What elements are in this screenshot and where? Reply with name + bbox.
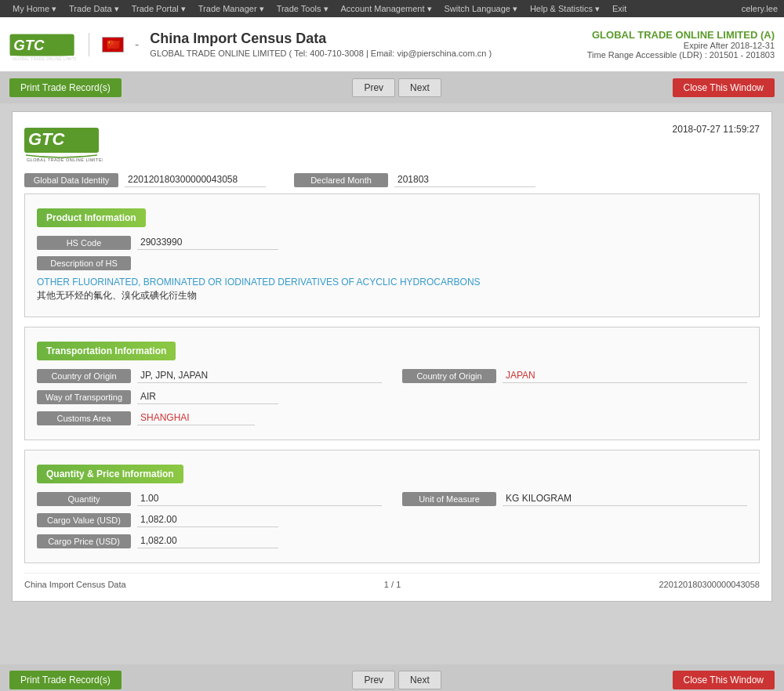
cargo-price-row: Cargo Price (USD) 1,082.00: [37, 534, 747, 548]
timestamp: 2018-07-27 11:59:27: [673, 124, 760, 135]
date-range: Time Range Accessible (LDR) : 201501 - 2…: [587, 50, 775, 60]
footer-page-indicator: 1 / 1: [384, 580, 401, 589]
country-origin-code-value: JP, JPN, JAPAN: [137, 368, 382, 383]
cargo-value-row: Cargo Value (USD) 1,082.00: [37, 512, 747, 527]
divider: [89, 33, 89, 56]
header-subtitle: GLOBAL TRADE ONLINE LIMITED ( Tel: 400-7…: [150, 49, 492, 58]
country-origin-name-label: Country of Origin: [402, 369, 496, 383]
user-display: celery.lee: [742, 4, 778, 13]
quantity-row: Quantity 1.00 Unit of Measure KG KILOGRA…: [37, 491, 747, 506]
page-title: China Import Census Data: [150, 31, 492, 47]
card-gtc-logo: GTC GLOBAL TRADE ONLINE LIMITED: [24, 124, 103, 163]
header-right-info: GLOBAL TRADE ONLINE LIMITED (A) Expire A…: [587, 29, 775, 60]
nav-help-statistics[interactable]: Help & Statistics ▾: [524, 4, 606, 14]
desc-hs-label: Description of HS: [37, 256, 131, 270]
header-title-area: China Import Census Data GLOBAL TRADE ON…: [150, 31, 492, 58]
hs-code-label: HS Code: [37, 236, 131, 250]
card-logo: GTC GLOBAL TRADE ONLINE LIMITED: [24, 124, 103, 163]
customs-area-row: Customs Area SHANGHAI: [37, 411, 747, 425]
way-transporting-row: Way of Transporting AIR: [37, 389, 747, 404]
quantity-price-section: Quantity & Price Information Quantity 1.…: [24, 450, 760, 563]
title-separator: -: [135, 38, 139, 52]
hs-description-english: OTHER FLUORINATED, BROMINATED OR IODINAT…: [37, 277, 747, 288]
nav-my-home[interactable]: My Home ▾: [6, 4, 63, 14]
gtc-logo: GTC GLOBAL TRADE ONLINE LIMITED: [9, 28, 76, 61]
footer-left-text: China Import Census Data: [24, 580, 126, 589]
svg-text:GTC: GTC: [13, 37, 45, 53]
nav-switch-language[interactable]: Switch Language ▾: [438, 4, 524, 14]
way-transporting-label: Way of Transporting: [37, 390, 131, 404]
product-info-header: Product Information: [37, 208, 146, 227]
china-flag: 🇨🇳: [102, 37, 124, 52]
top-action-bar: Print Trade Record(s) Prev Next Close Th…: [0, 72, 784, 103]
svg-text:GTC: GTC: [28, 129, 66, 149]
bottom-action-bar: Print Trade Record(s) Prev Next Close Th…: [0, 664, 784, 691]
top-nav-bar: My Home ▾ Trade Data ▾ Trade Portal ▾ Tr…: [0, 0, 784, 17]
quantity-price-header: Quantity & Price Information: [37, 465, 183, 483]
nav-trade-portal[interactable]: Trade Portal ▾: [125, 4, 192, 14]
prev-button-top[interactable]: Prev: [352, 78, 395, 97]
footer-record-id: 220120180300000043058: [659, 580, 760, 589]
nav-buttons-top: Prev Next: [352, 78, 441, 97]
global-data-identity-value: 220120180300000043058: [125, 172, 266, 187]
close-window-button-top[interactable]: Close This Window: [673, 78, 775, 97]
record-card: GTC GLOBAL TRADE ONLINE LIMITED 2018-07-…: [12, 111, 772, 602]
description-hs-row: Description of HS: [37, 256, 747, 270]
cargo-value-value: 1,082.00: [137, 512, 278, 527]
nav-account-management[interactable]: Account Management ▾: [335, 4, 438, 14]
transport-info-section: Transportation Information Country of Or…: [24, 327, 760, 440]
global-data-identity-row: Global Data Identity 2201201803000000430…: [24, 172, 760, 187]
close-window-button-bottom[interactable]: Close This Window: [673, 671, 775, 689]
hs-code-value: 29033990: [137, 235, 278, 250]
svg-text:GLOBAL TRADE ONLINE LIMITED: GLOBAL TRADE ONLINE LIMITED: [13, 57, 76, 61]
unit-measure-label: Unit of Measure: [402, 492, 496, 506]
cargo-price-label: Cargo Price (USD): [37, 534, 131, 548]
nav-trade-tools[interactable]: Trade Tools ▾: [270, 4, 335, 14]
next-button-bottom[interactable]: Next: [398, 671, 441, 689]
svg-text:GLOBAL TRADE ONLINE LIMITED: GLOBAL TRADE ONLINE LIMITED: [27, 157, 103, 162]
unit-measure-value: KG KILOGRAM: [503, 491, 747, 506]
declared-month-label: Declared Month: [294, 173, 388, 187]
expire-info: Expire After 2018-12-31: [587, 41, 775, 50]
customs-area-value: SHANGHAI: [137, 411, 255, 425]
country-origin-name-value: JAPAN: [503, 368, 747, 383]
customs-area-label: Customs Area: [37, 411, 131, 425]
main-content: GTC GLOBAL TRADE ONLINE LIMITED 2018-07-…: [0, 103, 784, 657]
print-button-bottom[interactable]: Print Trade Record(s): [9, 671, 122, 689]
way-transporting-value: AIR: [137, 389, 278, 404]
next-button-top[interactable]: Next: [398, 78, 441, 97]
print-button-top[interactable]: Print Trade Record(s): [9, 78, 122, 97]
quantity-label: Quantity: [37, 492, 131, 506]
header-bar: GTC GLOBAL TRADE ONLINE LIMITED 🇨🇳 - Chi…: [0, 17, 784, 72]
declared-month-value: 201803: [394, 172, 535, 187]
product-info-section: Product Information HS Code 29033990 Des…: [24, 194, 760, 317]
gap-section: [12, 602, 772, 649]
logo-area: GTC GLOBAL TRADE ONLINE LIMITED 🇨🇳 - Chi…: [9, 28, 492, 61]
cargo-price-value: 1,082.00: [137, 534, 278, 548]
nav-buttons-bottom: Prev Next: [352, 671, 441, 689]
hs-code-row: HS Code 29033990: [37, 235, 747, 250]
card-header: GTC GLOBAL TRADE ONLINE LIMITED 2018-07-…: [24, 124, 760, 163]
card-footer: China Import Census Data 1 / 1 220120180…: [24, 573, 760, 589]
country-origin-row: Country of Origin JP, JPN, JAPAN Country…: [37, 368, 747, 383]
nav-trade-manager[interactable]: Trade Manager ▾: [192, 4, 270, 14]
country-origin-code-label: Country of Origin: [37, 369, 131, 383]
transport-info-header: Transportation Information: [37, 342, 176, 360]
nav-exit[interactable]: Exit: [606, 4, 633, 14]
nav-items: My Home ▾ Trade Data ▾ Trade Portal ▾ Tr…: [6, 4, 633, 14]
quantity-value: 1.00: [137, 491, 382, 506]
right-company-name: GLOBAL TRADE ONLINE LIMITED (A): [587, 29, 775, 41]
cargo-value-label: Cargo Value (USD): [37, 513, 131, 527]
global-data-identity-label: Global Data Identity: [24, 173, 118, 187]
hs-description-chinese: 其他无环烃的氟化、溴化或碘化衍生物: [37, 289, 747, 302]
prev-button-bottom[interactable]: Prev: [352, 671, 395, 689]
nav-trade-data[interactable]: Trade Data ▾: [63, 4, 125, 14]
